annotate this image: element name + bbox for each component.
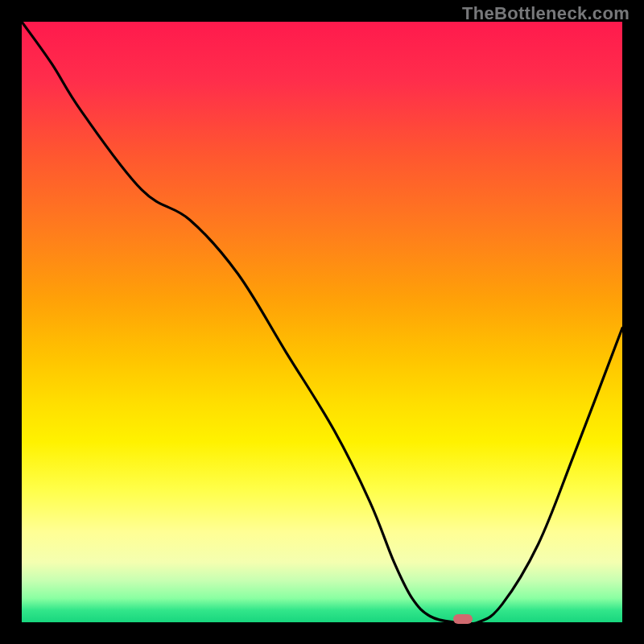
chart-frame: TheBottleneck.com <box>0 0 644 644</box>
plot-area <box>22 22 622 622</box>
bottleneck-curve <box>22 22 622 622</box>
optimal-marker <box>453 614 473 624</box>
